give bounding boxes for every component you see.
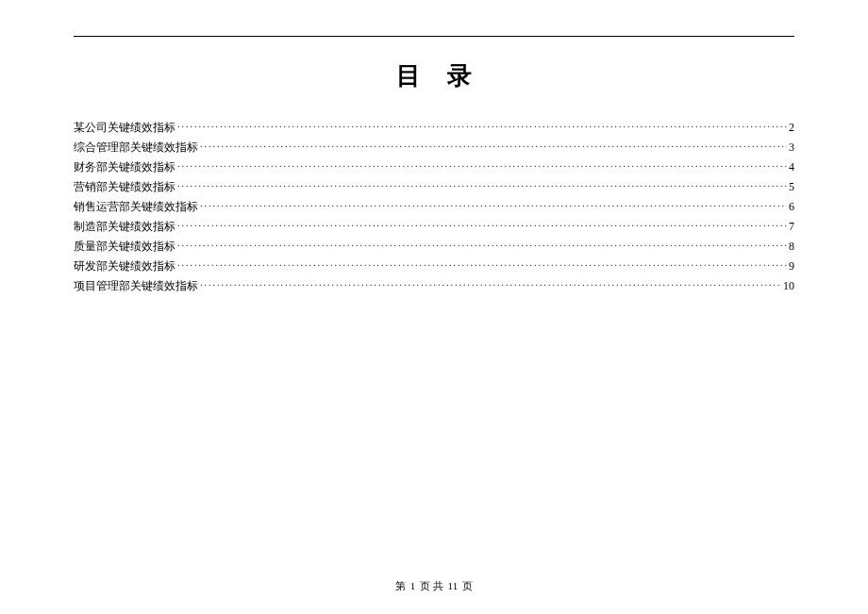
toc-entry: 某公司关键绩效指标 2	[74, 119, 794, 136]
toc-entry: 营销部关键绩效指标 5	[74, 178, 794, 195]
toc-page-number: 7	[789, 218, 794, 235]
toc-entry: 综合管理部关键绩效指标 3	[74, 139, 794, 156]
toc-leader	[177, 239, 787, 250]
toc-page-number: 4	[789, 158, 794, 175]
toc-entry: 财务部关键绩效指标 4	[74, 158, 794, 175]
page-title: 目录	[74, 59, 794, 92]
footer-suffix: 页	[462, 580, 473, 591]
page-footer: 第 1 页 共 11 页	[0, 579, 868, 593]
toc-leader	[177, 159, 787, 171]
table-of-contents: 某公司关键绩效指标 2 综合管理部关键绩效指标 3 财务部关键绩效指标 4 营销…	[74, 119, 794, 294]
toc-entry: 销售运营部关键绩效指标 6	[74, 198, 794, 215]
toc-label: 综合管理部关键绩效指标	[74, 139, 198, 156]
toc-leader	[177, 258, 787, 270]
toc-page-number: 10	[783, 277, 794, 294]
toc-page-number: 6	[789, 198, 794, 215]
footer-current-page: 1	[410, 580, 416, 591]
toc-leader	[177, 179, 787, 191]
footer-prefix: 第	[395, 580, 406, 591]
toc-label: 某公司关键绩效指标	[74, 119, 175, 136]
toc-leader	[200, 140, 787, 151]
toc-entry: 研发部关键绩效指标 9	[74, 257, 794, 274]
toc-entry: 项目管理部关键绩效指标 10	[74, 277, 794, 294]
toc-label: 制造部关键绩效指标	[74, 218, 175, 235]
toc-leader	[177, 120, 787, 131]
toc-label: 研发部关键绩效指标	[74, 257, 175, 274]
toc-leader	[200, 278, 781, 290]
toc-page-number: 9	[789, 257, 794, 274]
footer-total-pages: 11	[448, 580, 459, 591]
toc-label: 营销部关键绩效指标	[74, 178, 175, 195]
toc-page-number: 2	[789, 119, 794, 136]
top-rule	[74, 36, 794, 37]
toc-entry: 制造部关键绩效指标 7	[74, 218, 794, 235]
footer-mid: 页 共	[420, 580, 443, 591]
toc-label: 项目管理部关键绩效指标	[74, 277, 198, 294]
toc-page-number: 5	[789, 178, 794, 195]
toc-entry: 质量部关键绩效指标 8	[74, 238, 794, 255]
toc-label: 财务部关键绩效指标	[74, 158, 175, 175]
toc-label: 质量部关键绩效指标	[74, 238, 175, 255]
toc-page-number: 8	[789, 238, 794, 255]
document-page: 目录 某公司关键绩效指标 2 综合管理部关键绩效指标 3 财务部关键绩效指标 4…	[0, 0, 868, 294]
toc-label: 销售运营部关键绩效指标	[74, 198, 198, 215]
toc-leader	[177, 219, 787, 230]
toc-page-number: 3	[789, 139, 794, 156]
toc-leader	[200, 199, 787, 210]
